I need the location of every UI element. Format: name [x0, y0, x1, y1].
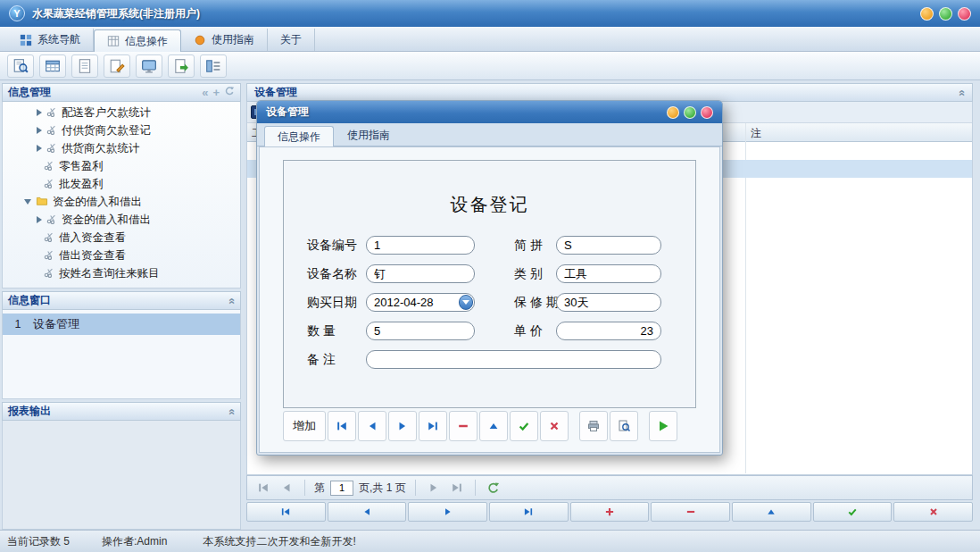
- dialog-maximize-button[interactable]: [684, 106, 696, 119]
- collapse-left-icon[interactable]: «: [202, 86, 208, 99]
- refresh-icon[interactable]: [224, 86, 235, 99]
- report-output-panel-header: 报表输出 «: [2, 402, 241, 421]
- tree-item[interactable]: 借入资金查看: [3, 229, 240, 247]
- run-button[interactable]: [649, 411, 677, 441]
- prev-record-button[interactable]: [358, 411, 386, 441]
- panel-title: 报表输出: [8, 404, 51, 419]
- preview-button[interactable]: [610, 411, 638, 441]
- first-record-button[interactable]: [328, 411, 356, 441]
- dialog-tab-user-guide[interactable]: 使用指南: [334, 125, 403, 146]
- scissors-icon: [44, 178, 54, 191]
- orange-dot-icon: [194, 34, 206, 46]
- prev-icon: [361, 506, 372, 517]
- up-triangle-icon: [487, 420, 500, 432]
- tree-folder[interactable]: 资金的借入和借出: [3, 193, 240, 211]
- date-dropdown-icon[interactable]: [459, 295, 473, 310]
- tree-item[interactable]: 资金的借入和借出: [3, 211, 240, 229]
- confirm-button[interactable]: [813, 502, 893, 522]
- dialog-minimize-button[interactable]: [667, 106, 679, 119]
- list-tool-button[interactable]: [200, 54, 227, 78]
- window-list-item-selected[interactable]: 1 设备管理: [3, 314, 240, 335]
- monitor-tool-button[interactable]: [136, 54, 162, 78]
- grid-pager: 第 页,共 1 页: [246, 475, 973, 500]
- document-icon: [77, 58, 93, 74]
- prev-record-button[interactable]: [328, 502, 407, 522]
- tree-item[interactable]: 批发盈利: [3, 175, 240, 193]
- device-no-input[interactable]: [366, 236, 475, 255]
- prev-page-button[interactable]: [278, 479, 295, 497]
- maximize-button[interactable]: [939, 7, 952, 21]
- export-icon: [173, 58, 189, 74]
- edit-record-button[interactable]: [732, 502, 811, 522]
- category-input[interactable]: [556, 264, 661, 283]
- delete-record-button[interactable]: [449, 411, 478, 441]
- table-tool-button[interactable]: [39, 54, 66, 78]
- tree-item[interactable]: 借出资金查看: [3, 247, 240, 264]
- edit-record-button[interactable]: [479, 411, 508, 441]
- search-tool-button[interactable]: [7, 54, 34, 78]
- expand-arrow-icon[interactable]: [37, 216, 42, 223]
- window-title: 水果蔬菜经销管理系统(非注册用户): [32, 6, 920, 21]
- tab-system-navigation[interactable]: 系统导航: [7, 29, 94, 51]
- tree-item[interactable]: 供货商欠款统计: [3, 139, 240, 157]
- last-record-button[interactable]: [419, 411, 447, 441]
- minimize-button[interactable]: [920, 7, 934, 21]
- expand-arrow-icon[interactable]: [37, 127, 42, 134]
- scissors-icon: [44, 231, 54, 245]
- divider: [475, 480, 476, 496]
- tree-item-label: 付供货商欠款登记: [62, 123, 151, 138]
- add-icon[interactable]: +: [212, 86, 220, 99]
- unit-price-input[interactable]: [556, 322, 661, 340]
- collapse-up-icon[interactable]: «: [225, 297, 238, 303]
- tree-item[interactable]: 配送客户欠款统计: [3, 104, 240, 121]
- document-tool-button[interactable]: [71, 54, 98, 78]
- remark-input[interactable]: [366, 350, 661, 369]
- first-page-button[interactable]: [254, 479, 272, 497]
- tree-item[interactable]: 零售盈利: [3, 157, 240, 175]
- dialog-close-button[interactable]: [701, 106, 713, 119]
- page-total-label: 页,共 1 页: [359, 481, 406, 496]
- edit-tool-button[interactable]: [104, 54, 130, 78]
- tab-about[interactable]: 关于: [268, 29, 315, 51]
- cancel-button[interactable]: [893, 502, 973, 522]
- device-name-input[interactable]: [366, 264, 475, 283]
- dialog-tab-info-operation[interactable]: 信息操作: [264, 126, 334, 146]
- last-page-button[interactable]: [448, 479, 466, 497]
- form-title: 设备登记: [284, 193, 695, 217]
- export-tool-button[interactable]: [168, 54, 195, 78]
- collapse-up-icon[interactable]: «: [225, 408, 238, 414]
- category-label: 类 别: [514, 266, 543, 282]
- next-record-button[interactable]: [408, 502, 487, 522]
- collapse-up-icon[interactable]: «: [955, 89, 968, 95]
- refresh-grid-button[interactable]: [485, 479, 502, 497]
- next-page-button[interactable]: [425, 479, 443, 497]
- page-number-input[interactable]: [330, 481, 353, 496]
- pinyin-input[interactable]: [556, 236, 661, 255]
- delete-record-button[interactable]: [651, 502, 730, 522]
- device-management-dialog: 设备管理 信息操作 使用指南 设备登记 设备编号 简 拼 设备名称 类 别: [256, 100, 723, 456]
- add-button-label: 增加: [293, 418, 316, 434]
- last-icon: [523, 506, 534, 517]
- expand-arrow-icon[interactable]: [37, 145, 42, 152]
- window-controls: [920, 7, 971, 21]
- add-record-button[interactable]: [570, 502, 650, 522]
- expand-arrow-icon[interactable]: [37, 109, 42, 116]
- tree-item[interactable]: 按姓名查询往来账目: [3, 264, 240, 282]
- last-record-button[interactable]: [489, 502, 569, 522]
- first-record-button[interactable]: [246, 502, 326, 522]
- next-icon: [396, 420, 409, 432]
- tree-item[interactable]: 付供货商欠款登记: [3, 121, 240, 139]
- add-button[interactable]: 增加: [283, 411, 326, 441]
- info-window-panel-header: 信息窗口 «: [2, 291, 241, 310]
- collapse-arrow-icon[interactable]: [24, 199, 31, 205]
- table-icon: [45, 58, 61, 74]
- cancel-button[interactable]: [540, 411, 569, 441]
- warranty-input[interactable]: [556, 293, 661, 312]
- quantity-input[interactable]: [366, 322, 475, 340]
- close-button[interactable]: [958, 7, 971, 21]
- tab-info-operation[interactable]: 信息操作: [94, 29, 181, 52]
- tab-user-guide[interactable]: 使用指南: [181, 29, 268, 51]
- next-record-button[interactable]: [388, 411, 417, 441]
- save-button[interactable]: [510, 411, 538, 441]
- print-button[interactable]: [579, 411, 608, 441]
